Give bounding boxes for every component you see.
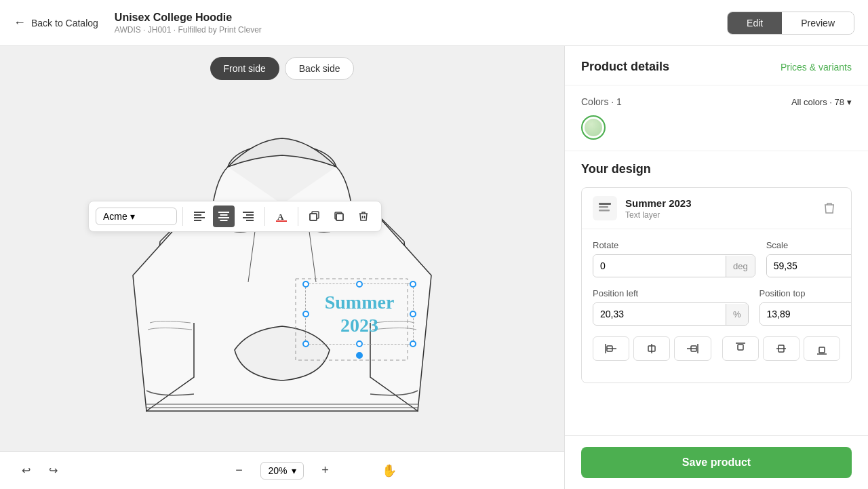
svg-rect-13 <box>276 220 287 222</box>
handle-bottom-middle[interactable] <box>356 340 363 347</box>
product-info: Unisex College Hoodie AWDIS · JH001 · Fu… <box>115 12 262 35</box>
svg-rect-9 <box>246 214 254 216</box>
design-layer-card: Summer 2023 Text layer Rotate <box>581 187 852 383</box>
text-line1: Summer <box>325 292 395 313</box>
rotate-unit: deg <box>726 256 755 277</box>
product-subtitle: AWDIS · JH001 · Fulfilled by Print Cleve… <box>115 25 262 35</box>
font-name: Acme <box>103 211 127 222</box>
zoom-display[interactable]: 20% ▾ <box>260 462 303 480</box>
svg-rect-6 <box>218 217 229 218</box>
colors-label: Colors · 1 <box>581 96 622 107</box>
right-panel: Product details Prices & variants Colors… <box>564 46 868 489</box>
redo-button[interactable]: ↪ <box>41 458 65 483</box>
position-top-input-wrap: % <box>760 302 852 326</box>
zoom-out-button[interactable]: − <box>228 460 250 482</box>
rotate-scale-row: Rotate deg Scale % <box>593 240 840 277</box>
zoom-in-button[interactable]: + <box>315 460 336 482</box>
back-to-catalog-button[interactable]: ← Back to Catalog <box>14 16 98 30</box>
front-side-tab[interactable]: Front side <box>210 57 279 80</box>
text-layer-overlay[interactable]: Summer 2023 <box>305 283 414 345</box>
alignment-row <box>593 336 840 361</box>
save-btn-container: Save product <box>565 435 868 489</box>
undo-button[interactable]: ↩ <box>14 458 38 483</box>
layer-type: Text layer <box>625 210 810 220</box>
save-product-button[interactable]: Save product <box>581 447 852 478</box>
hand-tool-button[interactable]: ✋ <box>377 458 401 483</box>
align-to-right-edge-button[interactable] <box>674 336 711 361</box>
delete-text-button[interactable] <box>353 206 374 227</box>
svg-rect-3 <box>194 220 201 221</box>
handle-top-right[interactable] <box>410 281 416 288</box>
svg-rect-5 <box>220 214 228 216</box>
text-color-button[interactable]: A <box>271 206 292 227</box>
undo-redo-controls: ↩ ↪ <box>14 458 65 483</box>
align-to-top-edge-button[interactable] <box>722 336 759 361</box>
handle-rotate[interactable] <box>356 352 363 359</box>
svg-rect-18 <box>336 214 343 220</box>
position-left-label: Position left <box>593 288 749 298</box>
text-toolbar: Acme ▾ A <box>88 201 382 232</box>
side-tabs: Front side Back side <box>210 57 355 80</box>
duplicate-button[interactable] <box>304 206 326 227</box>
layer-name: Summer 2023 <box>625 197 810 209</box>
product-details-title: Product details <box>581 60 669 74</box>
svg-rect-15 <box>310 214 317 220</box>
preview-button[interactable]: Preview <box>782 12 854 34</box>
scale-group: Scale % <box>766 240 852 277</box>
handle-middle-right[interactable] <box>410 311 416 317</box>
handle-bottom-right[interactable] <box>410 340 416 347</box>
scale-label: Scale <box>766 240 852 250</box>
layer-header: Summer 2023 Text layer <box>582 188 851 229</box>
svg-rect-1 <box>194 214 201 216</box>
handle-bottom-left[interactable] <box>302 340 309 347</box>
handle-top-left[interactable] <box>302 281 309 288</box>
align-to-bottom-edge-button[interactable] <box>804 336 840 361</box>
font-select[interactable]: Acme ▾ <box>96 208 177 225</box>
layer-info: Summer 2023 Text layer <box>625 197 810 220</box>
align-center-horizontal-button[interactable] <box>633 336 670 361</box>
align-center-vertical-button[interactable] <box>763 336 800 361</box>
colors-header: Colors · 1 All colors · 78 ▾ <box>581 96 852 107</box>
vertical-align-buttons <box>722 336 841 361</box>
align-left-button[interactable] <box>189 206 210 227</box>
svg-rect-10 <box>243 217 254 218</box>
color-swatch-green[interactable] <box>581 115 606 140</box>
svg-rect-35 <box>738 345 743 350</box>
prices-variants-link[interactable]: Prices & variants <box>781 62 852 73</box>
svg-rect-23 <box>599 203 611 205</box>
scale-input-wrap: % <box>766 254 852 277</box>
canvas-area: Front side Back side Acme ▾ A <box>0 46 564 489</box>
handle-top-middle[interactable] <box>356 281 363 288</box>
handle-middle-left[interactable] <box>302 311 309 317</box>
position-left-unit: % <box>726 304 748 325</box>
product-title: Unisex College Hoodie <box>115 12 262 24</box>
back-side-tab[interactable]: Back side <box>285 57 355 80</box>
rotate-input[interactable] <box>593 255 726 277</box>
align-to-left-edge-button[interactable] <box>593 336 629 361</box>
position-top-input[interactable] <box>760 303 852 325</box>
layer-delete-button[interactable] <box>818 197 840 219</box>
chevron-down-icon: ▾ <box>130 211 135 222</box>
edit-button[interactable]: Edit <box>728 12 782 34</box>
svg-rect-25 <box>599 210 610 212</box>
toolbar-divider <box>182 207 183 226</box>
edit-preview-toggle: Edit Preview <box>727 12 854 35</box>
svg-rect-8 <box>243 212 254 213</box>
text-line2: 2023 <box>340 315 378 336</box>
layer-controls: Rotate deg Scale % <box>582 229 851 383</box>
all-colors-button[interactable]: All colors · 78 ▾ <box>791 97 852 107</box>
copy-button[interactable] <box>328 206 350 227</box>
align-center-button[interactable] <box>213 206 235 227</box>
position-left-input[interactable] <box>593 303 726 325</box>
main-content: Front side Back side Acme ▾ A <box>0 46 868 489</box>
header: ← Back to Catalog Unisex College Hoodie … <box>0 0 868 46</box>
right-panel-header: Product details Prices & variants <box>565 46 868 85</box>
align-right-button[interactable] <box>237 206 259 227</box>
all-colors-label: All colors · 78 <box>791 97 844 107</box>
zoom-dropdown-icon: ▾ <box>292 465 296 476</box>
rotate-group: Rotate deg <box>593 240 755 277</box>
svg-rect-7 <box>220 220 228 221</box>
scale-input[interactable] <box>767 255 852 277</box>
toolbar-divider-3 <box>298 207 298 226</box>
svg-rect-4 <box>218 212 229 213</box>
